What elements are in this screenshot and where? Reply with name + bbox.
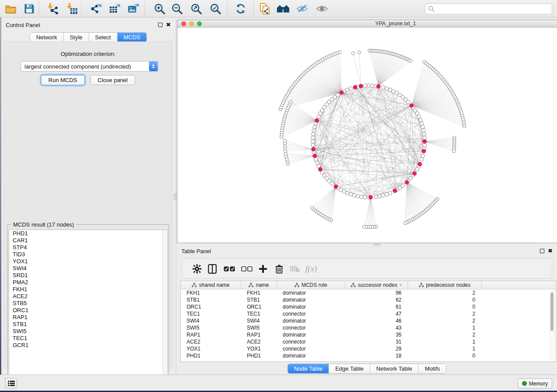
delete-icon[interactable] <box>273 263 285 275</box>
tab-network[interactable]: Network <box>30 33 64 42</box>
network-window: YPA_prune.txt_1 <box>177 20 557 243</box>
task-history-button[interactable] <box>5 378 17 389</box>
table-row[interactable]: RAP1RAP1dominator352 <box>181 331 556 338</box>
table-panel-title: Table Panel <box>181 248 211 254</box>
table-scrollbar-thumb[interactable] <box>550 292 554 331</box>
table-tab-edge-table[interactable]: Edge Table <box>329 364 370 373</box>
table-row[interactable]: SWI5SWI5connector431 <box>181 324 556 331</box>
control-panel-title: Control Panel <box>6 22 40 28</box>
close-panel-icon[interactable]: ✖ <box>166 23 171 27</box>
column-header-shared-name[interactable]: shared name <box>181 281 241 289</box>
mcds-result-item[interactable]: ORC1 <box>9 307 167 314</box>
cell-shared-name: ACE2 <box>181 338 241 345</box>
zoom-selected-icon[interactable] <box>209 3 222 14</box>
column-header-successor-nodes[interactable]: successor nodes˅ <box>345 281 408 289</box>
show-column-icon[interactable] <box>206 263 218 275</box>
mcds-result-item[interactable]: STB5 <box>9 300 167 307</box>
table-row[interactable]: PHD1PHD1dominator180 <box>181 352 556 359</box>
close-panel-button[interactable]: Close panel <box>90 75 135 85</box>
mcds-result-item[interactable]: SWI4 <box>9 265 167 272</box>
network-canvas[interactable] <box>177 28 557 243</box>
show-all-icon[interactable] <box>315 3 329 14</box>
run-mcds-button[interactable]: Run MCDS <box>41 75 85 85</box>
network-titlebar[interactable]: YPA_prune.txt_1 <box>177 20 557 28</box>
export-network-icon[interactable] <box>89 3 102 14</box>
table-tab-node-table[interactable]: Node Table <box>288 364 329 373</box>
table-tab-network-table[interactable]: Network Table <box>370 364 419 373</box>
cell-successor-nodes: 61 <box>345 303 408 310</box>
cell-predecessor-nodes: 2 <box>408 331 482 338</box>
column-header-name[interactable]: name <box>241 281 277 289</box>
mcds-result-item[interactable]: STP4 <box>9 244 167 251</box>
save-session-icon[interactable] <box>23 3 36 14</box>
mcds-result-item[interactable]: FKH1 <box>9 286 167 293</box>
close-table-panel-icon[interactable]: ✖ <box>548 249 553 253</box>
float-panel-icon[interactable] <box>158 23 163 27</box>
mcds-result-item[interactable]: ACE2 <box>9 293 167 300</box>
mcds-result-item[interactable]: CAR1 <box>9 237 167 244</box>
refresh-icon[interactable] <box>234 3 247 14</box>
mcds-result-list[interactable]: PHD1CAR1STP4TID3YOX1SWI4SRD1PMA2FKH1ACE2… <box>9 230 168 384</box>
function-builder-icon[interactable]: f(x) <box>305 263 317 275</box>
select-all-icon[interactable] <box>223 263 235 275</box>
tab-mcds[interactable]: MCDS <box>118 33 146 42</box>
export-table-icon[interactable] <box>108 3 121 14</box>
mcds-result-item[interactable]: SRD1 <box>9 272 167 279</box>
column-header-MCDS-role[interactable]: MCDS role <box>277 281 345 289</box>
memory-label: Memory <box>529 381 548 387</box>
cell-shared-name: TEC1 <box>181 310 241 317</box>
mcds-result-item[interactable]: YOX1 <box>9 258 167 265</box>
memory-button[interactable]: Memory <box>518 378 552 389</box>
table-toolbar: f(x) <box>182 258 552 279</box>
cell-successor-nodes: 35 <box>345 331 408 338</box>
zoom-fit-icon[interactable] <box>190 3 203 14</box>
export-image-icon[interactable] <box>127 3 140 14</box>
status-bar: Memory <box>0 375 557 391</box>
cell-successor-nodes: 31 <box>345 338 408 345</box>
column-header-predecessor-nodes[interactable]: predecessor nodes <box>408 281 482 289</box>
open-file-icon[interactable] <box>4 3 17 14</box>
table-row[interactable]: ACE2ACE2connector311 <box>181 338 556 345</box>
table-scrollbar[interactable] <box>550 291 554 361</box>
table-row[interactable]: STB1STB1dominator620 <box>181 296 556 303</box>
table-row[interactable]: FKH1FKH1dominator962 <box>181 289 556 296</box>
mcds-result-item[interactable]: PHD1 <box>9 230 167 237</box>
first-neighbors-icon[interactable] <box>277 3 290 14</box>
criterion-dropdown[interactable]: largest connected component (undirected) <box>21 61 159 72</box>
add-icon[interactable] <box>257 263 269 275</box>
float-table-panel-icon[interactable] <box>540 249 544 253</box>
table-row[interactable]: ORC1ORC1dominator610 <box>181 303 556 310</box>
mcds-result-item[interactable]: TEC1 <box>9 335 167 342</box>
cell-shared-name: FKH1 <box>181 289 241 296</box>
table-row[interactable]: SWI4SWI4dominator462 <box>181 317 556 324</box>
network-search <box>425 3 552 14</box>
import-network-icon[interactable] <box>46 3 59 14</box>
mcds-result-item[interactable]: STB1 <box>9 321 167 328</box>
mcds-result-item[interactable]: SWI5 <box>9 328 167 335</box>
cell-predecessor-nodes: 0 <box>408 303 482 310</box>
table-tabs: Node TableEdge TableNetwork TableMotifs <box>287 364 446 374</box>
hide-selected-icon[interactable] <box>296 3 309 14</box>
delete-table-icon[interactable] <box>289 263 301 275</box>
mcds-result-item[interactable]: GCR1 <box>9 342 167 349</box>
table-tab-motifs[interactable]: Motifs <box>419 364 446 373</box>
zoom-out-icon[interactable] <box>170 3 183 14</box>
deselect-all-icon[interactable] <box>241 263 253 275</box>
table-row[interactable]: YOX1YOX1connector291 <box>181 345 556 352</box>
mcds-result-item[interactable]: TID3 <box>9 251 167 258</box>
tab-style[interactable]: Style <box>64 33 89 42</box>
new-network-from-selection-icon[interactable] <box>259 3 272 14</box>
table-row[interactable]: TEC1TEC1connector472 <box>181 310 556 317</box>
control-panel: Control Panel ✖ NetworkStyleSelectMCDS O… <box>1 20 175 374</box>
mcds-result-item[interactable]: PMA2 <box>9 279 167 286</box>
import-table-icon[interactable] <box>66 3 79 14</box>
mcds-result-item[interactable]: RAP1 <box>9 314 167 321</box>
cell-successor-nodes: 43 <box>345 324 408 331</box>
table-settings-icon[interactable] <box>191 263 203 275</box>
node-table[interactable]: shared namenameMCDS rolesuccessor nodes˅… <box>180 281 556 362</box>
list-scrollbar[interactable] <box>162 230 167 384</box>
tab-select[interactable]: Select <box>89 33 118 42</box>
search-input[interactable] <box>435 5 552 14</box>
zoom-in-icon[interactable] <box>153 3 166 14</box>
cell-name: FKH1 <box>241 289 277 296</box>
